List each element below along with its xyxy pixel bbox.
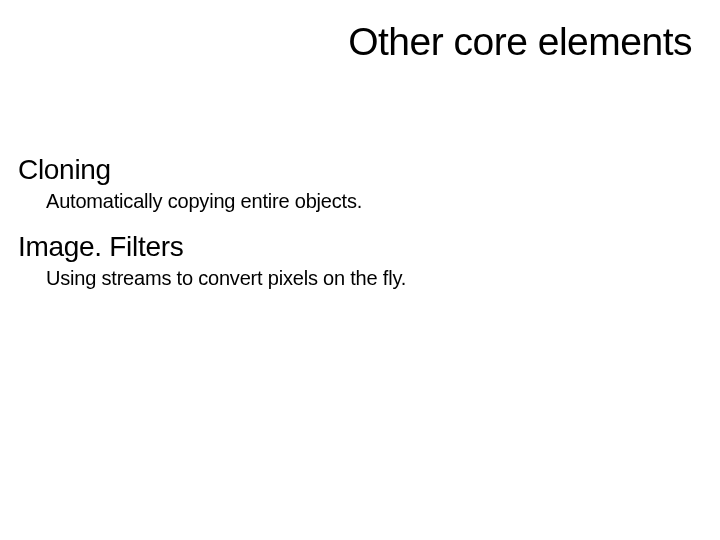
section-heading: Cloning	[18, 154, 692, 186]
page-title: Other core elements	[18, 20, 692, 64]
section-heading: Image. Filters	[18, 231, 692, 263]
section-description: Automatically copying entire objects.	[46, 190, 692, 213]
section-description: Using streams to convert pixels on the f…	[46, 267, 692, 290]
section-image-filters: Image. Filters Using streams to convert …	[18, 231, 692, 290]
slide: Other core elements Cloning Automaticall…	[0, 0, 720, 540]
section-cloning: Cloning Automatically copying entire obj…	[18, 154, 692, 213]
